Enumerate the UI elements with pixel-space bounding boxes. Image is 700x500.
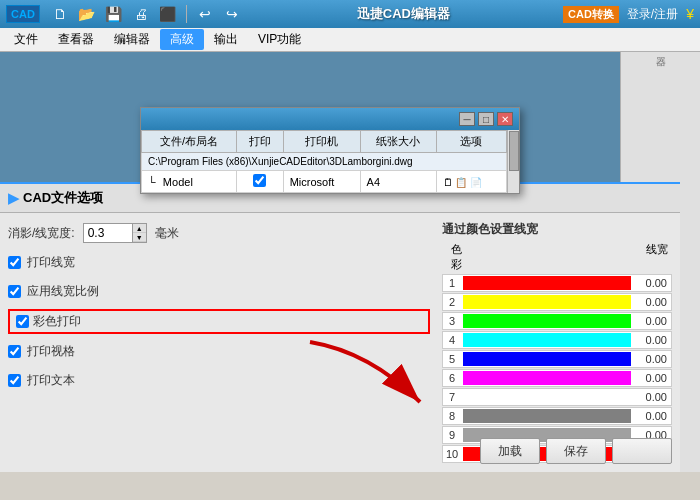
cb-print-linewidth[interactable] — [8, 256, 21, 269]
layout-name: └ Model — [142, 171, 237, 193]
print-dialog: ─ □ ✕ 文件/布局名 打印 打印机 纸张大小 选项 — [140, 107, 520, 194]
options-icon: ▶ — [8, 190, 19, 206]
spinner-up[interactable]: ▲ — [133, 224, 146, 233]
title-bar: CAD 🗋 📂 💾 🖨 ⬛ ↩ ↪ 迅捷CAD编辑器 CAD转换 登录/注册 ¥ — [0, 0, 700, 28]
color-bar — [463, 276, 631, 290]
cb-print-viewport-label: 打印视格 — [27, 343, 75, 360]
color-row[interactable]: 7 0.00 — [442, 388, 672, 406]
menu-advanced[interactable]: 高级 — [160, 29, 204, 50]
cb-apply-linewidth[interactable] — [8, 285, 21, 298]
app-title: 迅捷CAD编辑器 — [244, 5, 563, 23]
menu-file[interactable]: 文件 — [4, 29, 48, 50]
menu-output[interactable]: 输出 — [204, 29, 248, 50]
cb-print-viewport[interactable] — [8, 345, 21, 358]
color-row[interactable]: 2 0.00 — [442, 293, 672, 311]
header-width: 线宽 — [628, 242, 668, 272]
print-btn[interactable]: ⬛ — [156, 3, 180, 25]
scroll-thumb[interactable] — [509, 131, 519, 171]
color-width: 0.00 — [633, 353, 671, 365]
col-print: 打印 — [236, 131, 283, 153]
undo-btn[interactable]: ↩ — [193, 3, 217, 25]
color-width: 0.00 — [633, 372, 671, 384]
new-file-btn[interactable]: 🗋 — [48, 3, 72, 25]
options-right: 通过颜色设置线宽 色彩 线宽 1 0.00 2 0.00 3 0.00 4 0.… — [442, 221, 672, 464]
cb-print-text-label: 打印文本 — [27, 372, 75, 389]
color-bar — [463, 371, 631, 385]
redo-btn[interactable]: ↪ — [220, 3, 244, 25]
menu-editor[interactable]: 编辑器 — [104, 29, 160, 50]
cad-badge: CAD转换 — [563, 6, 619, 23]
menu-viewer[interactable]: 查看器 — [48, 29, 104, 50]
spinner[interactable]: ▲ ▼ — [133, 223, 147, 243]
checkbox-apply-linewidth: 应用线宽比例 — [8, 280, 430, 303]
col-options: 选项 — [436, 131, 506, 153]
col-papersize: 纸张大小 — [360, 131, 436, 153]
color-row[interactable]: 3 0.00 — [442, 312, 672, 330]
print-checkbox[interactable] — [253, 174, 266, 187]
currency-icon: ¥ — [686, 6, 694, 22]
color-bar — [463, 390, 631, 404]
dialog-scrollbar[interactable] — [507, 130, 519, 193]
save-options-btn[interactable]: 保存 — [546, 438, 606, 464]
app-logo: CAD — [6, 5, 40, 23]
print-checkbox-cell[interactable] — [236, 171, 283, 193]
shadow-width-field[interactable] — [88, 224, 128, 242]
file-path: C:\Program Files (x86)\XunjieCADEditor\3… — [142, 153, 507, 171]
red-arrow — [290, 332, 450, 412]
row-options[interactable]: 🗒 📋 📄 — [436, 171, 506, 193]
color-num: 3 — [443, 315, 461, 327]
color-num: 1 — [443, 277, 461, 289]
color-row[interactable]: 6 0.00 — [442, 369, 672, 387]
color-bar — [463, 295, 631, 309]
color-bar — [463, 409, 631, 423]
dialog-minimize-btn[interactable]: ─ — [459, 112, 475, 126]
col-filename: 文件/布局名 — [142, 131, 237, 153]
color-row[interactable]: 4 0.00 — [442, 331, 672, 349]
color-table-header: 色彩 线宽 — [442, 242, 672, 272]
header-bar — [466, 242, 628, 272]
paper-size: A4 — [360, 171, 436, 193]
spinner-down[interactable]: ▼ — [133, 233, 146, 242]
shadow-width-input[interactable] — [83, 223, 133, 243]
extra-btn[interactable] — [612, 438, 672, 464]
color-bar — [463, 352, 631, 366]
menu-vip[interactable]: VIP功能 — [248, 29, 311, 50]
table-row: └ Model Microsoft A4 🗒 📋 📄 — [142, 171, 507, 193]
header-color: 色彩 — [446, 242, 466, 272]
cb-apply-linewidth-label: 应用线宽比例 — [27, 283, 99, 300]
color-num: 9 — [443, 429, 461, 441]
cb-color-print[interactable] — [16, 315, 29, 328]
options-title: CAD文件选项 — [23, 189, 103, 207]
dialog-maximize-btn[interactable]: □ — [478, 112, 494, 126]
color-width: 0.00 — [633, 410, 671, 422]
color-width: 0.00 — [633, 296, 671, 308]
login-text[interactable]: 登录/注册 — [627, 6, 678, 23]
shadow-width-row: 消影/线宽度: ▲ ▼ 毫米 — [8, 221, 430, 245]
load-btn[interactable]: 加载 — [480, 438, 540, 464]
cb-print-text[interactable] — [8, 374, 21, 387]
saveas-btn[interactable]: 🖨 — [129, 3, 153, 25]
color-width: 0.00 — [633, 334, 671, 346]
print-table: 文件/布局名 打印 打印机 纸张大小 选项 C:\Program Files (… — [141, 130, 507, 193]
color-width: 0.00 — [633, 391, 671, 403]
color-width: 0.00 — [633, 315, 671, 327]
color-row[interactable]: 5 0.00 — [442, 350, 672, 368]
save-btn[interactable]: 💾 — [102, 3, 126, 25]
cb-print-linewidth-label: 打印线宽 — [27, 254, 75, 271]
dialog-close-btn[interactable]: ✕ — [497, 112, 513, 126]
color-print-highlighted: 彩色打印 — [8, 309, 430, 334]
color-width: 0.00 — [633, 277, 671, 289]
checkbox-print-linewidth: 打印线宽 — [8, 251, 430, 274]
file-path-row: C:\Program Files (x86)\XunjieCADEditor\3… — [142, 153, 507, 171]
open-file-btn[interactable]: 📂 — [75, 3, 99, 25]
menu-bar: 文件 查看器 编辑器 高级 输出 VIP功能 — [0, 28, 700, 52]
color-table-title: 通过颜色设置线宽 — [442, 221, 672, 238]
color-row[interactable]: 8 0.00 — [442, 407, 672, 425]
unit-label: 毫米 — [155, 225, 179, 242]
title-bar-right: CAD转换 登录/注册 ¥ — [563, 6, 694, 23]
bottom-buttons: 加载 保存 — [480, 438, 672, 464]
color-num: 10 — [443, 448, 461, 460]
color-bar — [463, 333, 631, 347]
color-row[interactable]: 1 0.00 — [442, 274, 672, 292]
color-rows-container: 1 0.00 2 0.00 3 0.00 4 0.00 5 0.00 6 0.0… — [442, 274, 672, 463]
